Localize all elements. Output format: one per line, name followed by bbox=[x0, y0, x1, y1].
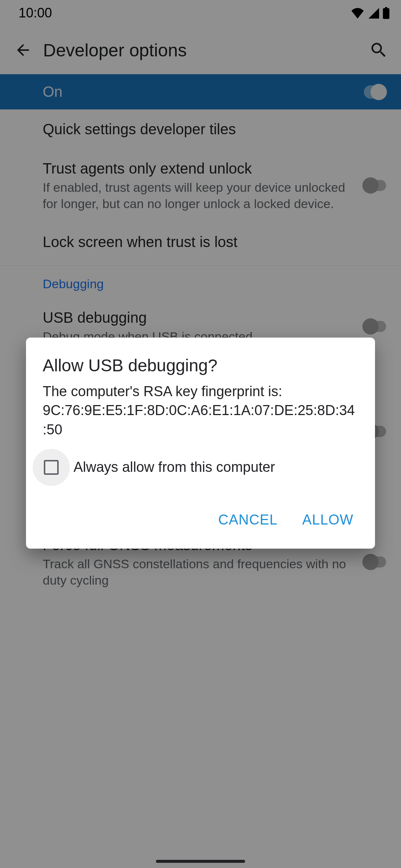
cancel-button[interactable]: CANCEL bbox=[208, 504, 288, 535]
usb-debugging-dialog: Allow USB debugging? The computer's RSA … bbox=[26, 338, 375, 549]
allow-button[interactable]: ALLOW bbox=[292, 504, 364, 535]
nav-handle[interactable] bbox=[156, 860, 245, 863]
dialog-actions: CANCEL ALLOW bbox=[26, 504, 375, 540]
checkbox-unchecked-icon bbox=[44, 460, 59, 475]
checkbox-ripple bbox=[33, 449, 70, 486]
dialog-message: The computer's RSA key fingerprint is: 9… bbox=[26, 382, 375, 447]
dialog-title: Allow USB debugging? bbox=[26, 355, 375, 382]
always-allow-checkbox-row[interactable]: Always allow from this computer bbox=[26, 447, 375, 504]
checkbox-label: Always allow from this computer bbox=[74, 459, 275, 475]
